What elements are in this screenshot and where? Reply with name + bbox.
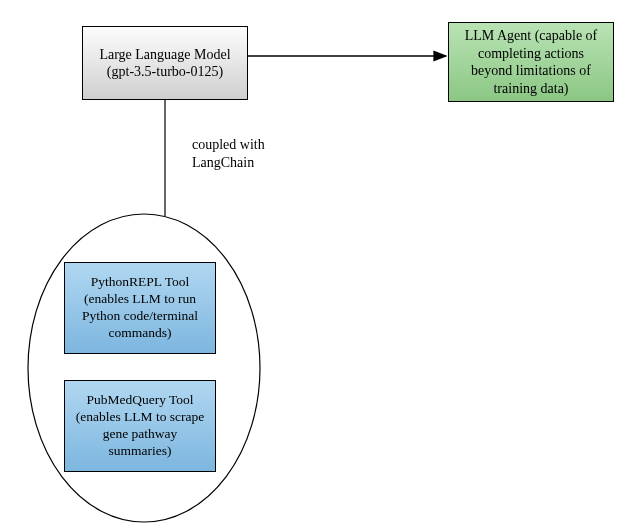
llm-subtitle: (gpt-3.5-turbo-0125) (107, 63, 223, 81)
tool2-line1: PubMedQuery Tool (86, 392, 193, 409)
llm-title: Large Language Model (99, 46, 230, 64)
agent-node: LLM Agent (capable of completing actions… (448, 22, 614, 102)
llm-node: Large Language Model (gpt-3.5-turbo-0125… (82, 26, 248, 100)
couple-line1: coupled with (192, 136, 265, 154)
tool1-line2: (enables LLM to run (84, 291, 196, 308)
tool1-line4: commands) (109, 325, 172, 342)
coupled-with-label: coupled with LangChain (192, 136, 265, 171)
tool2-line2: (enables LLM to scrape (76, 409, 205, 426)
tool1-line1: PythonREPL Tool (91, 274, 189, 291)
python-repl-tool-node: PythonREPL Tool (enables LLM to run Pyth… (64, 262, 216, 354)
pubmed-query-tool-node: PubMedQuery Tool (enables LLM to scrape … (64, 380, 216, 472)
tool2-line4: summaries) (109, 443, 172, 460)
tool2-line3: gene pathway (103, 426, 178, 443)
agent-line2: completing actions (478, 45, 584, 63)
agent-line4: training data) (493, 80, 568, 98)
couple-line2: LangChain (192, 154, 265, 172)
agent-line3: beyond limitations of (471, 62, 591, 80)
svg-point-0 (28, 214, 260, 522)
tool1-line3: Python code/terminal (82, 308, 198, 325)
agent-line1: LLM Agent (capable of (465, 27, 598, 45)
